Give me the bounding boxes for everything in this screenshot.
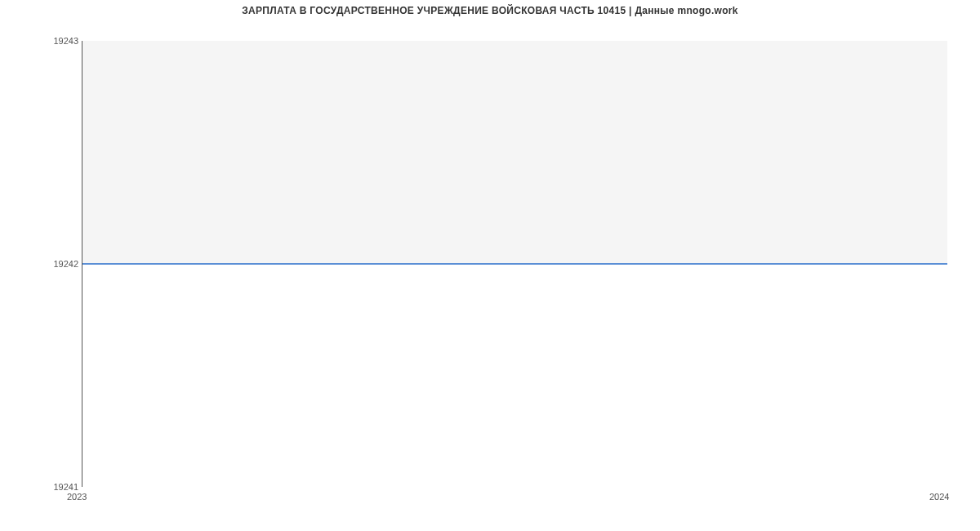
chart-container: ЗАРПЛАТА В ГОСУДАРСТВЕННОЕ УЧРЕЖДЕНИЕ ВО… — [0, 0, 980, 531]
y-tick-label: 19242 — [53, 259, 78, 269]
y-tick-label: 19241 — [53, 482, 78, 492]
x-tick-label: 2023 — [67, 492, 87, 502]
y-tick-label: 19243 — [53, 36, 78, 46]
plot-area — [82, 41, 947, 487]
data-line — [82, 263, 947, 265]
plot-lower-region — [82, 264, 947, 487]
chart-title: ЗАРПЛАТА В ГОСУДАРСТВЕННОЕ УЧРЕЖДЕНИЕ ВО… — [0, 5, 980, 16]
x-tick-label: 2024 — [929, 492, 949, 502]
